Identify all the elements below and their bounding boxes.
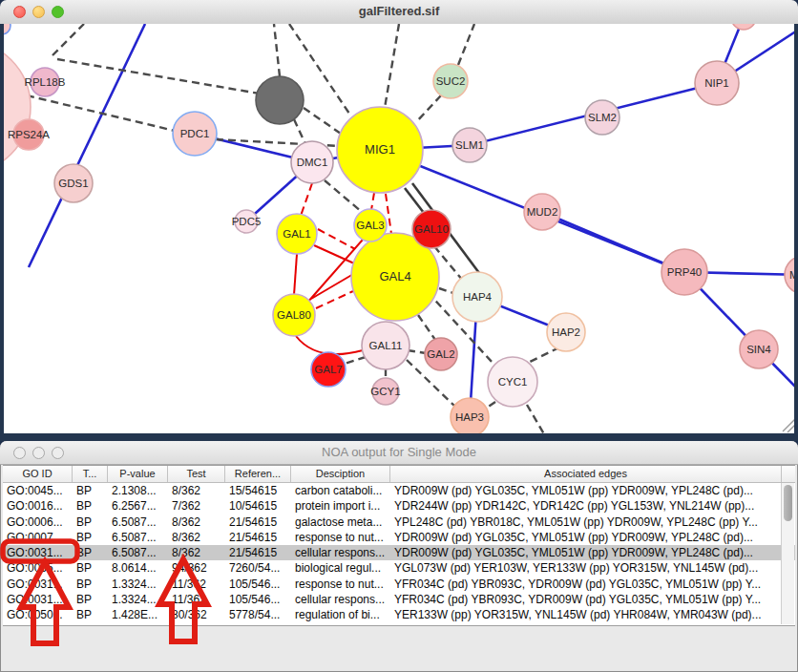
network-edge-red_dash[interactable] xyxy=(371,193,374,210)
network-edge-gray[interactable] xyxy=(385,24,399,108)
table-row[interactable]: GO:0031...BP1.3324...11/362105/546...cel… xyxy=(3,592,795,607)
table-cell: galactose meta... xyxy=(291,514,390,530)
network-edge-gray[interactable] xyxy=(524,347,559,365)
network-edge-gray[interactable] xyxy=(416,95,441,122)
node-label-SLM2: SLM2 xyxy=(588,112,617,123)
vertical-scrollbar[interactable] xyxy=(781,483,794,624)
table-cell: BP xyxy=(73,514,108,530)
resize-grip-icon[interactable] xyxy=(783,419,794,431)
table-cell: BP xyxy=(73,498,108,514)
column-header-p-value[interactable]: P-value xyxy=(108,466,168,482)
table-row[interactable]: GO:0006...BP6.5087...8/36221/54615galact… xyxy=(3,514,795,530)
table-cell: GO:0007... xyxy=(3,530,73,545)
table-cell: YDR009W (pd) YGL035C, YML051W (pp) YDR00… xyxy=(390,545,782,560)
table-row[interactable]: GO:0007...BP6.5087...8/36221/54615respon… xyxy=(3,530,795,545)
network-edge-gray[interactable] xyxy=(304,108,341,134)
table-row[interactable]: GO:0065...BP8.0614...94/3627260/54...bio… xyxy=(3,560,795,576)
table-row[interactable]: GO:0045...BP2.1308...8/36215/54615carbon… xyxy=(3,483,795,498)
column-header-associated-edges[interactable]: Associated edges xyxy=(390,466,782,482)
table-cell: cellular respons... xyxy=(291,545,390,560)
table-row[interactable]: GO:0031...BP1.3324...11/362105/546...res… xyxy=(3,577,795,592)
network-edge-gray[interactable] xyxy=(294,119,305,144)
table-cell: 8/362 xyxy=(168,483,225,498)
network-edge-gray[interactable] xyxy=(458,24,474,65)
table-cell: YDR244W (pp) YDR142C, YDR142C (pp) YGL15… xyxy=(390,498,782,514)
table-cell: 10/54615 xyxy=(225,498,291,514)
table-cell: GO:0050... xyxy=(3,607,73,622)
noa-results-table: GO IDT...P-valueTestReferen...Desciption… xyxy=(3,465,795,626)
network-edge-gray[interactable] xyxy=(408,350,426,353)
table-cell: 21/54615 xyxy=(225,545,291,560)
table-cell: BP xyxy=(73,545,108,560)
node-label-GAL4: GAL4 xyxy=(379,269,410,284)
table-row[interactable]: GO:0031...BP6.5087...8/36221/54615cellul… xyxy=(3,545,795,560)
node-corner-top-left[interactable] xyxy=(4,24,10,34)
table-cell: response to nut... xyxy=(291,577,390,592)
network-edge-gray[interactable] xyxy=(345,357,366,364)
column-header-desciption[interactable]: Desciption xyxy=(291,466,390,482)
table-header-row: GO IDT...P-valueTestReferen...Desciption… xyxy=(3,466,795,483)
network-edge-dark[interactable] xyxy=(405,188,424,213)
node-label-GAL1: GAL1 xyxy=(283,228,310,240)
table-cell: 1.428E... xyxy=(108,607,168,622)
column-header-go-id[interactable]: GO ID xyxy=(3,466,73,482)
network-edge-gray[interactable] xyxy=(52,24,84,55)
scrollbar-thumb[interactable] xyxy=(784,485,792,521)
table-cell: GO:0031... xyxy=(3,545,73,560)
network-edge-red_dash[interactable] xyxy=(318,229,355,249)
network-edge-blue[interactable] xyxy=(29,24,145,267)
table-cell: protein import i... xyxy=(291,498,390,514)
node-label-GAL7: GAL7 xyxy=(314,364,342,375)
table-cell: BP xyxy=(73,577,108,592)
network-canvas[interactable]: RPL18BRPS24AGDS1PDC1PDC5DMC1SUC2MIG1SLM1… xyxy=(4,24,794,433)
node-gray-node[interactable] xyxy=(256,76,304,124)
node-big-left[interactable] xyxy=(4,40,31,174)
network-edge-red_dash[interactable] xyxy=(301,183,312,216)
node-label-PRP40: PRP40 xyxy=(667,266,702,278)
node-label-SLM1: SLM1 xyxy=(455,139,484,151)
node-label-MUD2: MUD2 xyxy=(527,206,558,218)
node-label-HAP2: HAP2 xyxy=(552,326,580,338)
table-cell: 2.1308... xyxy=(108,483,168,498)
network-edge-gray[interactable] xyxy=(57,59,260,94)
node-top-right-partial[interactable] xyxy=(731,24,756,30)
table-cell: 80/362 xyxy=(168,607,225,622)
node-label-HAP3: HAP3 xyxy=(455,411,484,423)
table-cell: GO:0065... xyxy=(3,560,73,576)
network-edge-red[interactable] xyxy=(294,254,297,295)
network-window-title: galFiltered.sif xyxy=(0,4,798,18)
node-label-MIG1: MIG1 xyxy=(365,142,395,157)
table-cell: regulation of bi... xyxy=(291,607,390,622)
table-cell: YDR009W (pd) YGL035C, YML051W (pp) YDR00… xyxy=(390,530,782,545)
table-cell: response to nut... xyxy=(291,530,390,545)
node-label-RPL18B: RPL18B xyxy=(25,76,66,88)
network-edge-red[interactable] xyxy=(311,273,355,299)
network-edge-gray[interactable] xyxy=(527,405,547,433)
network-edge-gray[interactable] xyxy=(27,95,175,131)
table-cell: YPL248C (pd) YBR018C, YML051W (pp) YDR00… xyxy=(390,514,782,530)
table-cell: BP xyxy=(73,530,108,545)
column-header-t-[interactable]: T... xyxy=(73,466,108,482)
node-label-CYC1: CYC1 xyxy=(498,376,528,388)
node-label-GAL3: GAL3 xyxy=(356,220,384,231)
column-header-test[interactable]: Test xyxy=(168,466,225,482)
network-edge-gray[interactable] xyxy=(439,288,453,293)
table-body: GO:0045...BP2.1308...8/36215/54615carbon… xyxy=(3,483,795,623)
table-cell: 6.2567... xyxy=(108,498,168,514)
network-edge-red[interactable] xyxy=(314,245,354,263)
node-label-GAL2: GAL2 xyxy=(427,348,454,360)
table-cell: YER133W (pp) YOR315W, YNL145W (pd) YHR08… xyxy=(390,607,782,622)
table-cell: 21/54615 xyxy=(225,514,291,530)
table-cell: BP xyxy=(73,607,108,622)
table-cell: GO:0031... xyxy=(3,577,73,592)
noa-output-window: NOA output for Single Mode GO IDT...P-va… xyxy=(0,441,798,672)
table-row[interactable]: GO:0050...BP1.428E...80/3625778/54...reg… xyxy=(3,607,795,622)
table-cell: 1.3324... xyxy=(108,577,168,592)
column-header-referen-[interactable]: Referen... xyxy=(225,466,291,482)
network-edge-gray[interactable] xyxy=(274,24,280,76)
table-cell: 15/54615 xyxy=(225,483,291,498)
node-label-GAL80: GAL80 xyxy=(277,309,311,321)
table-row[interactable]: GO:0016...BP6.2567...7/36210/54615protei… xyxy=(3,498,795,514)
network-edge-gray[interactable] xyxy=(418,315,435,340)
table-cell: 6.5087... xyxy=(108,545,168,560)
